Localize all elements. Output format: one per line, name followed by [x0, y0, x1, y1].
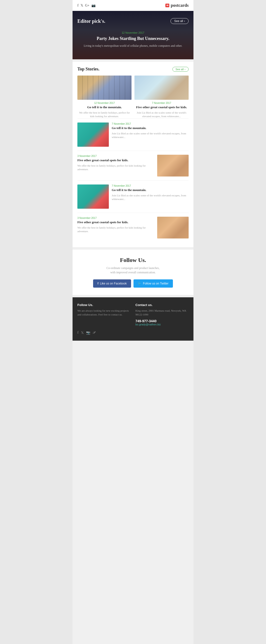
list-story-3-content: 7 November 2017 Go tell it to the mounta…	[112, 184, 189, 201]
top-stories-grid: 12 November 2017 Go tell it to the mount…	[77, 76, 189, 118]
googleplus-icon[interactable]: G+	[85, 4, 89, 8]
top-story-1-desc: We offer the best in family holidays, pe…	[77, 111, 132, 118]
follow-title: Follow Us.	[77, 257, 189, 264]
top-story-card-1[interactable]: 12 November 2017 Go tell it to the mount…	[77, 76, 132, 118]
hero-see-all-button[interactable]: See all ›	[171, 18, 189, 24]
list-story-2[interactable]: 3 November 2017 Five other great coastal…	[77, 150, 189, 180]
facebook-button[interactable]: f Like us on Facebook	[93, 280, 131, 288]
footer-social-icons: f 𝕏 📷 𝒫	[77, 331, 189, 335]
facebook-btn-label: Like us on Facebook	[100, 282, 127, 285]
twitter-icon[interactable]: 𝕏	[80, 4, 83, 8]
top-story-1-title: Go tell it to the mountain.	[77, 105, 132, 110]
header: f 𝕏 G+ 📷 ✉ postcards	[72, 0, 194, 11]
footer-grid: Follow Us. We are always looking for new…	[77, 303, 189, 326]
top-stories-chevron: ›	[185, 68, 186, 71]
list-story-2-image	[157, 155, 189, 176]
list-story-2-content: 3 November 2017 Five other great coastal…	[77, 155, 154, 172]
list-story-1[interactable]: 7 November 2017 Go tell it to the mounta…	[77, 118, 189, 150]
list-story-3[interactable]: 7 November 2017 Go tell it to the mounta…	[77, 180, 189, 212]
list-story-3-date: 7 November 2017	[112, 184, 189, 187]
footer-contact-address: King street, 2901 Marmara road, Newyork,…	[135, 309, 189, 317]
list-story-1-desc: Join Liz Bird as she scales some of the …	[112, 132, 189, 139]
top-stories-section: Top Stories. See all › 12 November 2017 …	[72, 62, 194, 247]
hero-section: Editor pick's. See all › 12 November 201…	[72, 11, 194, 59]
header-social-icons: f 𝕏 G+ 📷	[77, 4, 95, 8]
facebook-btn-icon: f	[97, 282, 98, 285]
follow-description: Co-ordinate campaigns and product launch…	[77, 266, 189, 274]
footer-follow-text: We are always looking for new exciting p…	[77, 309, 131, 317]
list-story-3-desc: Join Liz Bird as she scales some of the …	[112, 194, 189, 201]
hero-description: Living in today's metropolitan world of …	[77, 44, 189, 48]
twitter-btn-label: Follow us on Twitter	[143, 282, 169, 285]
logo-icon: ✉	[165, 4, 169, 7]
top-stories-title: Top Stories.	[77, 66, 99, 72]
twitter-button[interactable]: 🐦 Follow us on Twitter	[133, 280, 173, 288]
top-story-2-date: 7 November 2017	[134, 102, 189, 104]
hero-date: 12 November 2017	[77, 31, 189, 34]
top-story-1-image	[77, 76, 132, 100]
footer-contact-col: Contact us. King street, 2901 Marmara ro…	[135, 303, 189, 326]
list-story-1-content: 7 November 2017 Go tell it to the mounta…	[112, 122, 189, 139]
footer-phone: 749-977-3440	[135, 319, 189, 323]
facebook-icon[interactable]: f	[77, 4, 79, 8]
top-story-2-desc: Join Liz Bird as she scales some of the …	[134, 111, 189, 118]
hero-headline: Party Jokes Startling But Unnecessary.	[77, 36, 189, 41]
footer-follow-title: Follow Us.	[77, 303, 131, 307]
top-story-card-2[interactable]: 7 November 2017 Five other great coastal…	[134, 76, 189, 118]
footer-contact-title: Contact us.	[135, 303, 189, 307]
footer: Follow Us. We are always looking for new…	[72, 297, 194, 341]
footer-pinterest-icon[interactable]: 𝒫	[93, 331, 95, 335]
top-story-2-image	[134, 76, 189, 100]
list-story-1-image	[77, 122, 109, 147]
list-story-2-title: Five other great coastal spots for kids.	[77, 158, 154, 162]
list-story-2-date: 3 November 2017	[77, 155, 154, 157]
footer-follow-col: Follow Us. We are always looking for new…	[77, 303, 131, 326]
list-story-4-content: 3 November 2017 Five other great coastal…	[77, 217, 154, 234]
top-stories-see-all-button[interactable]: See all ›	[172, 67, 189, 72]
instagram-icon[interactable]: 📷	[91, 4, 95, 8]
follow-buttons: f Like us on Facebook 🐦 Follow us on Twi…	[77, 280, 189, 288]
page-wrapper: f 𝕏 G+ 📷 ✉ postcards Editor pick's. See …	[72, 0, 194, 644]
hero-see-all-chevron: ›	[184, 19, 185, 23]
list-story-1-date: 7 November 2017	[112, 122, 189, 125]
follow-section: Follow Us. Co-ordinate campaigns and pro…	[72, 250, 194, 295]
footer-facebook-icon[interactable]: f	[77, 331, 79, 335]
footer-twitter-icon[interactable]: 𝕏	[81, 331, 84, 335]
hero-see-all-label: See all	[174, 19, 183, 23]
hero-title: Editor pick's.	[77, 18, 105, 24]
list-story-4-title: Five other great coastal spots for kids.	[77, 220, 154, 224]
top-story-2-title: Five other great coastal spots for kids.	[134, 105, 189, 110]
list-story-4-image	[157, 217, 189, 238]
top-stories-see-all-label: See all	[176, 68, 184, 71]
list-story-3-image	[77, 184, 109, 209]
footer-email[interactable]: bo.grady@nathen.biz	[135, 323, 189, 326]
list-story-1-title: Go tell it to the mountain.	[112, 126, 189, 130]
logo: ✉ postcards	[165, 3, 189, 8]
twitter-btn-icon: 🐦	[138, 282, 141, 285]
top-stories-header: Top Stories. See all ›	[77, 66, 189, 72]
list-story-4-desc: We offer the best in family holidays, pe…	[77, 226, 154, 234]
footer-instagram-icon[interactable]: 📷	[86, 331, 90, 335]
logo-text: postcards	[171, 3, 189, 8]
list-story-4-date: 3 November 2017	[77, 217, 154, 219]
list-story-4[interactable]: 3 November 2017 Five other great coastal…	[77, 212, 189, 242]
top-story-1-date: 12 November 2017	[77, 102, 132, 104]
list-story-2-desc: We offer the best in family holidays, pe…	[77, 164, 154, 172]
hero-label-row: Editor pick's. See all ›	[77, 18, 189, 24]
list-story-3-title: Go tell it to the mountain.	[112, 188, 189, 192]
